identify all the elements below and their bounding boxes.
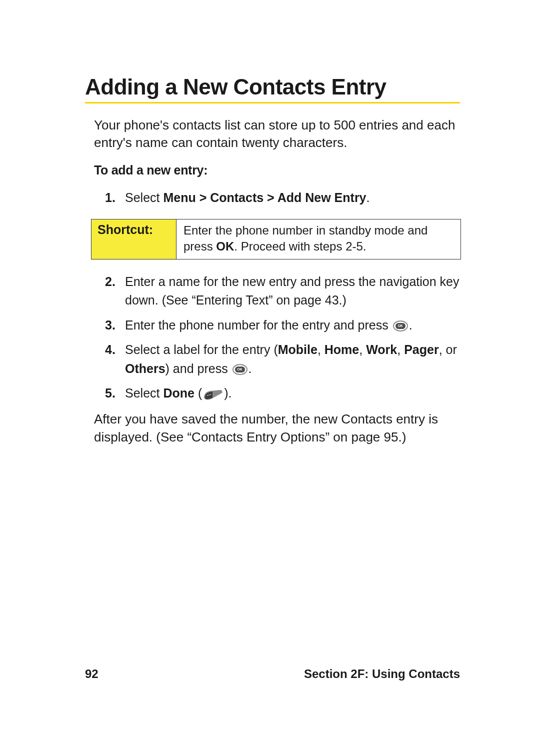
svg-point-2 [210,394,211,395]
step-2: 2. Enter a name for the new entry and pr… [105,272,460,310]
procedure-subhead: To add a new entry: [94,163,460,178]
step-5: 5. Select Done ( ). [105,384,460,403]
ok-button-icon: OK [232,364,248,375]
step-text: Select a label for the entry (Mobile, Ho… [125,342,457,376]
step-3: 3. Enter the phone number for the entry … [105,316,460,335]
step-1: 1. Select Menu > Contacts > Add New Entr… [105,188,460,208]
page-footer: 92 Section 2F: Using Contacts [85,667,460,681]
left-softkey-icon [203,389,223,400]
steps-list: 1. Select Menu > Contacts > Add New Entr… [105,188,460,208]
ok-button-icon: OK [393,320,408,332]
step-number: 4. [105,340,116,360]
intro-paragraph: Your phone's contacts list can store up … [94,116,460,152]
title-underline [85,102,460,104]
closing-paragraph: After you have saved the number, the new… [94,410,460,446]
steps-list-cont: 2. Enter a name for the new entry and pr… [105,272,460,403]
step-number: 3. [105,316,116,335]
step-number: 5. [105,384,116,403]
body-content: Your phone's contacts list can store up … [94,116,460,446]
page-number: 92 [85,667,98,681]
shortcut-text: Enter the phone number in standby mode a… [176,220,460,259]
page-title: Adding a New Contacts Entry [85,75,460,99]
shortcut-callout: Shortcut: Enter the phone number in stan… [91,219,461,260]
step-number: 1. [105,188,116,208]
manual-page: Adding a New Contacts Entry Your phone's… [0,0,540,756]
svg-point-0 [207,395,208,396]
step-text: Select Done ( ). [125,386,232,400]
section-label: Section 2F: Using Contacts [304,667,460,681]
step-text: Enter a name for the new entry and press… [125,274,459,308]
step-text: Select Menu > Contacts > Add New Entry. [125,190,370,204]
step-text: Enter the phone number for the entry and… [125,318,412,332]
step-4: 4. Select a label for the entry (Mobile,… [105,340,460,378]
step-number: 2. [105,272,116,292]
svg-point-1 [208,394,210,396]
shortcut-label: Shortcut: [92,220,176,259]
